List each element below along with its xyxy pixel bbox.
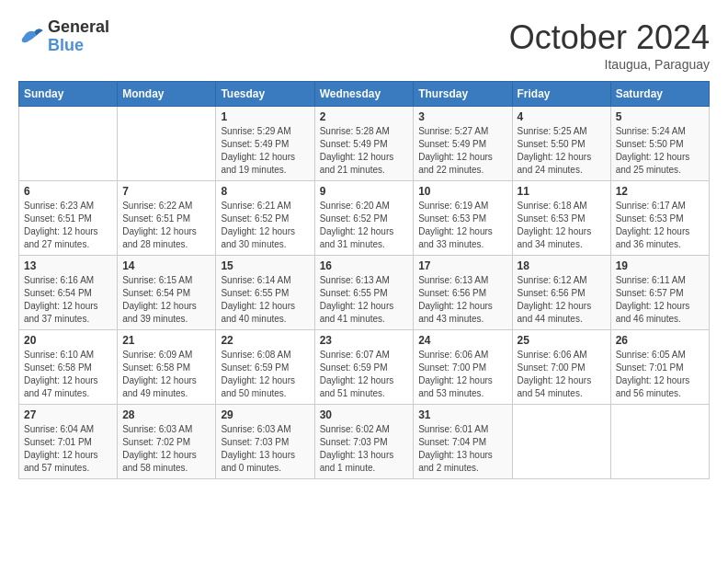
day-number: 31 (418, 408, 506, 421)
day-number: 16 (320, 259, 409, 272)
day-detail: Sunrise: 6:09 AM Sunset: 6:58 PM Dayligh… (122, 349, 210, 400)
weekday-header: Tuesday (216, 82, 314, 107)
day-number: 9 (320, 185, 409, 198)
calendar-cell: 25Sunrise: 6:06 AM Sunset: 7:00 PM Dayli… (512, 330, 610, 405)
weekday-header: Friday (512, 82, 610, 107)
calendar-cell: 30Sunrise: 6:02 AM Sunset: 7:03 PM Dayli… (314, 405, 414, 479)
weekday-header: Sunday (19, 82, 118, 107)
weekday-header: Monday (118, 82, 216, 107)
calendar-cell: 19Sunrise: 6:11 AM Sunset: 6:57 PM Dayli… (610, 256, 709, 330)
day-detail: Sunrise: 5:29 AM Sunset: 5:49 PM Dayligh… (221, 125, 309, 177)
day-number: 24 (418, 334, 506, 347)
calendar-cell: 17Sunrise: 6:13 AM Sunset: 6:56 PM Dayli… (414, 256, 512, 330)
day-number: 2 (320, 110, 409, 123)
day-detail: Sunrise: 6:20 AM Sunset: 6:52 PM Dayligh… (320, 200, 409, 251)
day-detail: Sunrise: 6:14 AM Sunset: 6:55 PM Dayligh… (221, 274, 309, 326)
day-detail: Sunrise: 6:19 AM Sunset: 6:53 PM Dayligh… (418, 200, 506, 251)
day-number: 10 (418, 185, 506, 198)
calendar-cell: 16Sunrise: 6:13 AM Sunset: 6:55 PM Dayli… (314, 256, 414, 330)
day-number: 22 (221, 334, 309, 347)
day-number: 20 (24, 334, 112, 347)
calendar-cell: 14Sunrise: 6:15 AM Sunset: 6:54 PM Dayli… (118, 256, 216, 330)
day-detail: Sunrise: 6:02 AM Sunset: 7:03 PM Dayligh… (320, 423, 409, 475)
calendar-cell: 29Sunrise: 6:03 AM Sunset: 7:03 PM Dayli… (216, 405, 314, 479)
calendar-cell: 13Sunrise: 6:16 AM Sunset: 6:54 PM Dayli… (19, 256, 118, 330)
calendar-cell: 26Sunrise: 6:05 AM Sunset: 7:01 PM Dayli… (610, 330, 709, 405)
day-detail: Sunrise: 6:23 AM Sunset: 6:51 PM Dayligh… (24, 200, 112, 251)
day-detail: Sunrise: 6:06 AM Sunset: 7:00 PM Dayligh… (418, 349, 506, 400)
logo-icon (18, 24, 44, 50)
page-header: General Blue October 2024 Itaugua, Parag… (18, 18, 710, 72)
calendar-cell (512, 405, 610, 479)
day-number: 19 (616, 259, 704, 272)
day-detail: Sunrise: 6:22 AM Sunset: 6:51 PM Dayligh… (122, 200, 210, 251)
day-detail: Sunrise: 6:07 AM Sunset: 6:59 PM Dayligh… (320, 349, 409, 400)
calendar-cell: 3Sunrise: 5:27 AM Sunset: 5:49 PM Daylig… (414, 107, 512, 181)
calendar-cell: 27Sunrise: 6:04 AM Sunset: 7:01 PM Dayli… (19, 405, 118, 479)
calendar-cell: 12Sunrise: 6:17 AM Sunset: 6:53 PM Dayli… (610, 181, 709, 256)
calendar-cell: 22Sunrise: 6:08 AM Sunset: 6:59 PM Dayli… (216, 330, 314, 405)
calendar-cell: 21Sunrise: 6:09 AM Sunset: 6:58 PM Dayli… (118, 330, 216, 405)
weekday-header: Saturday (610, 82, 709, 107)
calendar-cell: 15Sunrise: 6:14 AM Sunset: 6:55 PM Dayli… (216, 256, 314, 330)
calendar-cell: 4Sunrise: 5:25 AM Sunset: 5:50 PM Daylig… (512, 107, 610, 181)
day-detail: Sunrise: 6:03 AM Sunset: 7:03 PM Dayligh… (221, 423, 309, 475)
logo: General Blue (18, 18, 109, 55)
month-title: October 2024 (509, 18, 710, 57)
calendar-cell: 18Sunrise: 6:12 AM Sunset: 6:56 PM Dayli… (512, 256, 610, 330)
day-detail: Sunrise: 5:28 AM Sunset: 5:49 PM Dayligh… (320, 125, 409, 177)
day-number: 8 (221, 185, 309, 198)
calendar-week-row: 1Sunrise: 5:29 AM Sunset: 5:49 PM Daylig… (19, 107, 710, 181)
day-number: 6 (24, 185, 112, 198)
calendar-cell: 23Sunrise: 6:07 AM Sunset: 6:59 PM Dayli… (314, 330, 414, 405)
calendar-cell: 28Sunrise: 6:03 AM Sunset: 7:02 PM Dayli… (118, 405, 216, 479)
day-number: 11 (518, 185, 606, 198)
day-number: 17 (418, 259, 506, 272)
location-subtitle: Itaugua, Paraguay (509, 57, 710, 72)
day-number: 12 (616, 185, 704, 198)
day-detail: Sunrise: 6:15 AM Sunset: 6:54 PM Dayligh… (122, 274, 210, 326)
calendar-cell: 11Sunrise: 6:18 AM Sunset: 6:53 PM Dayli… (512, 181, 610, 256)
day-detail: Sunrise: 6:11 AM Sunset: 6:57 PM Dayligh… (616, 274, 704, 326)
day-detail: Sunrise: 6:01 AM Sunset: 7:04 PM Dayligh… (418, 423, 506, 475)
weekday-header: Thursday (414, 82, 512, 107)
day-number: 1 (221, 110, 309, 123)
day-number: 25 (518, 334, 606, 347)
calendar-week-row: 6Sunrise: 6:23 AM Sunset: 6:51 PM Daylig… (19, 181, 710, 256)
day-number: 3 (418, 110, 506, 123)
day-number: 23 (320, 334, 409, 347)
day-detail: Sunrise: 5:27 AM Sunset: 5:49 PM Dayligh… (418, 125, 506, 177)
day-detail: Sunrise: 6:16 AM Sunset: 6:54 PM Dayligh… (24, 274, 112, 326)
day-detail: Sunrise: 5:24 AM Sunset: 5:50 PM Dayligh… (616, 125, 704, 177)
day-number: 28 (122, 408, 210, 421)
logo-text: General Blue (48, 18, 109, 55)
calendar-week-row: 20Sunrise: 6:10 AM Sunset: 6:58 PM Dayli… (19, 330, 710, 405)
day-number: 18 (518, 259, 606, 272)
calendar-cell: 31Sunrise: 6:01 AM Sunset: 7:04 PM Dayli… (414, 405, 512, 479)
calendar-cell: 5Sunrise: 5:24 AM Sunset: 5:50 PM Daylig… (610, 107, 709, 181)
day-detail: Sunrise: 6:18 AM Sunset: 6:53 PM Dayligh… (518, 200, 606, 251)
day-detail: Sunrise: 6:03 AM Sunset: 7:02 PM Dayligh… (122, 423, 210, 475)
day-detail: Sunrise: 5:25 AM Sunset: 5:50 PM Dayligh… (518, 125, 606, 177)
day-detail: Sunrise: 6:10 AM Sunset: 6:58 PM Dayligh… (24, 349, 112, 400)
calendar-table: SundayMondayTuesdayWednesdayThursdayFrid… (18, 81, 710, 479)
day-number: 5 (616, 110, 704, 123)
day-number: 27 (24, 408, 112, 421)
weekday-header-row: SundayMondayTuesdayWednesdayThursdayFrid… (19, 82, 710, 107)
weekday-header: Wednesday (314, 82, 414, 107)
day-detail: Sunrise: 6:13 AM Sunset: 6:56 PM Dayligh… (418, 274, 506, 326)
calendar-cell: 24Sunrise: 6:06 AM Sunset: 7:00 PM Dayli… (414, 330, 512, 405)
day-detail: Sunrise: 6:17 AM Sunset: 6:53 PM Dayligh… (616, 200, 704, 251)
calendar-cell: 2Sunrise: 5:28 AM Sunset: 5:49 PM Daylig… (314, 107, 414, 181)
day-detail: Sunrise: 6:05 AM Sunset: 7:01 PM Dayligh… (616, 349, 704, 400)
day-number: 7 (122, 185, 210, 198)
day-number: 13 (24, 259, 112, 272)
day-number: 30 (320, 408, 409, 421)
day-detail: Sunrise: 6:21 AM Sunset: 6:52 PM Dayligh… (221, 200, 309, 251)
day-number: 14 (122, 259, 210, 272)
calendar-cell (610, 405, 709, 479)
calendar-cell: 6Sunrise: 6:23 AM Sunset: 6:51 PM Daylig… (19, 181, 118, 256)
title-block: October 2024 Itaugua, Paraguay (509, 18, 710, 72)
day-number: 15 (221, 259, 309, 272)
calendar-cell: 9Sunrise: 6:20 AM Sunset: 6:52 PM Daylig… (314, 181, 414, 256)
